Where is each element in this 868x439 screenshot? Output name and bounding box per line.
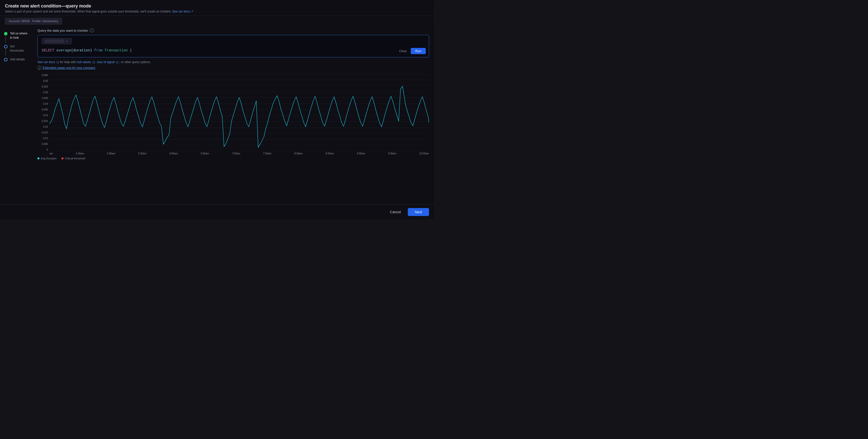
step-label-2: Set thresholds <box>10 44 28 53</box>
page-header: Create new alert condition—query mode Se… <box>0 0 434 16</box>
query-actions: Clear Run <box>397 48 426 54</box>
avg-duration-line <box>50 86 429 147</box>
query-editor[interactable]: SELECT average(duration) from Transactio… <box>42 47 425 54</box>
keyword-select: SELECT <box>42 48 54 53</box>
y-axis: 0.065 0.06 0.055 0.05 0.045 0.04 0.035 0… <box>37 74 50 151</box>
query-help-links: See our docs for help with null values ,… <box>37 60 429 64</box>
account-tab[interactable]: Account: NRDB · Profile: Introductory <box>5 18 62 25</box>
cost-info-icon: i <box>37 66 41 70</box>
chart-with-y-axis: 0.065 0.06 0.055 0.05 0.045 0.04 0.035 0… <box>37 74 429 151</box>
query-dropdown[interactable]: ▾ <box>42 38 72 44</box>
chart-svg <box>50 74 429 151</box>
chart-legend: Avg Duration Critical threshold <box>37 157 429 160</box>
legend-avg-duration: Avg Duration <box>37 157 56 160</box>
step-add-details: Add details <box>4 57 28 62</box>
steps-sidebar: Tell us where to look Set thresholds Add… <box>0 25 32 204</box>
chart-canvas <box>50 74 429 151</box>
step-dot-2 <box>4 45 7 48</box>
cancel-button[interactable]: Cancel <box>386 208 405 216</box>
docs-link-header[interactable]: See our docs ↗ <box>172 10 193 13</box>
legend-dot-critical <box>61 158 63 159</box>
keyword-from: from <box>94 48 103 53</box>
step-set-thresholds: Set thresholds <box>4 44 28 56</box>
see-our-docs-link[interactable]: See our docs <box>37 60 60 64</box>
dropdown-value <box>44 39 64 43</box>
page-footer: Cancel Next <box>0 204 434 220</box>
step-line-1 <box>5 36 6 43</box>
query-section-label: Query the data you want to monitor i <box>37 28 429 32</box>
main-content: Query the data you want to monitor i ▾ S… <box>32 25 434 204</box>
step-tell-us: Tell us where to look <box>4 31 28 43</box>
cost-link[interactable]: i Estimated usage cost for your company <box>37 66 429 70</box>
clear-button[interactable]: Clear <box>397 48 409 54</box>
step-dot-1 <box>4 32 7 35</box>
keyword-table: Transaction <box>105 48 128 53</box>
next-button[interactable]: Next <box>408 208 429 216</box>
step-dot-3 <box>4 58 7 61</box>
info-icon[interactable]: i <box>90 28 94 32</box>
null-values-link[interactable]: null values <box>77 60 95 64</box>
tab-bar: Account: NRDB · Profile: Introductory <box>0 16 434 25</box>
page-title: Create new alert condition—query mode <box>5 3 429 9</box>
keyword-fn: average <box>56 48 71 53</box>
run-button[interactable]: Run <box>411 48 426 54</box>
legend-dot-avg <box>37 158 39 159</box>
step-line-2 <box>5 49 6 56</box>
loss-of-signal-link[interactable]: loss of signal <box>97 60 119 64</box>
query-box: ▾ SELECT average(duration) from Transact… <box>37 35 429 57</box>
step-label-1: Tell us where to look <box>10 31 28 40</box>
legend-critical: Critical threshold <box>61 157 85 160</box>
chevron-down-icon: ▾ <box>66 40 68 43</box>
x-axis: am 4:30am 5:00am 5:30am 6:00am 6:30am 7:… <box>37 152 429 155</box>
chart-section: 0.065 0.06 0.055 0.05 0.045 0.04 0.035 0… <box>37 74 429 160</box>
step-label-3: Add details <box>10 57 25 62</box>
page-subtitle: Select a part of your system and set som… <box>5 10 429 13</box>
